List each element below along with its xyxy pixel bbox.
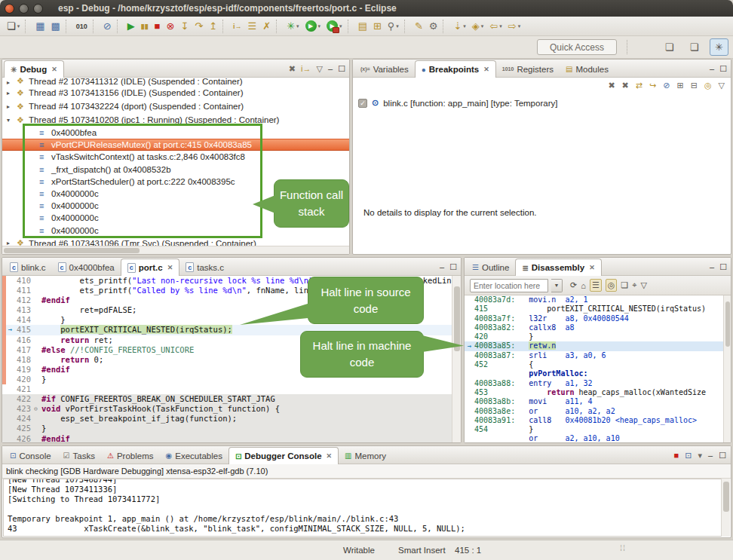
fold-icon[interactable] [34, 295, 41, 305]
view-menu-icon[interactable]: ▽ [640, 280, 646, 290]
expander-icon[interactable]: ▸ [7, 103, 17, 110]
step-mode-icon[interactable]: ☰ [246, 18, 259, 35]
minimize-view-icon[interactable]: – [708, 451, 713, 460]
line-number[interactable]: 425 [14, 424, 34, 433]
fold-icon[interactable] [34, 434, 41, 443]
expander-icon[interactable]: ▸ [7, 240, 17, 246]
console-output[interactable]: [New Thread 1073468744] [New Thread 1073… [3, 479, 730, 537]
tab-tasks[interactable]: ☑Tasks [57, 447, 101, 464]
line-number[interactable]: 419 [14, 365, 34, 375]
debug-icon[interactable]: ✳▾ [284, 18, 301, 35]
tab-blink-c[interactable]: cblink.c [4, 259, 52, 276]
maximize-view-icon[interactable]: ☐ [449, 262, 457, 272]
remove-all-breakpoints-icon[interactable]: ✖ [622, 81, 629, 90]
collapse-all-icon[interactable]: ⊟ [691, 81, 698, 90]
tab-port-c[interactable]: cport.c✕ [121, 259, 180, 276]
refresh-icon[interactable]: ⟳ [570, 280, 577, 290]
fold-icon[interactable]: ⊖ [34, 404, 41, 414]
line-number[interactable]: 413 [14, 305, 34, 315]
fold-icon[interactable] [34, 305, 41, 315]
external-tools-icon[interactable]: ▶▾ [324, 18, 345, 35]
line-number[interactable]: 418 [14, 355, 34, 365]
cpp-perspective-icon[interactable]: ❏ [685, 38, 704, 56]
tab-registers[interactable]: 1010Registers [496, 60, 560, 78]
scrollbar-thumb[interactable] [725, 301, 730, 347]
close-tab-icon[interactable]: ✕ [327, 452, 333, 460]
skip-all-breakpoints-icon[interactable]: ⊘ [663, 81, 670, 90]
editor-scrollbar[interactable] [452, 276, 461, 442]
minimize-view-icon[interactable]: – [328, 64, 333, 73]
fold-icon[interactable] [34, 365, 41, 375]
quick-access-box[interactable]: Quick Access [537, 39, 617, 55]
minimize-view-icon[interactable]: – [440, 262, 444, 271]
maximize-view-icon[interactable]: ☐ [719, 64, 727, 74]
fold-icon[interactable] [34, 345, 41, 355]
fold-icon[interactable] [34, 414, 41, 424]
line-number[interactable]: 426 [14, 434, 34, 443]
new-wizard-icon[interactable]: ❏▾ [5, 18, 22, 35]
use-step-filters-icon[interactable]: ✗ [260, 18, 273, 35]
debug-tree-item[interactable]: ≡ 0x4000bfea [2, 127, 349, 139]
console-dropdown-icon[interactable]: ▾ [698, 451, 702, 461]
tab-variables[interactable]: (x)=Variables [354, 60, 415, 78]
home-icon[interactable]: ⌂ [581, 281, 586, 290]
fold-icon[interactable] [34, 394, 41, 404]
expander-icon[interactable]: ▾ [7, 117, 17, 124]
location-dropdown-icon[interactable]: ▼ [551, 279, 563, 292]
instruction-stepping-icon[interactable]: i→ [231, 18, 244, 35]
go-to-annotation-icon[interactable]: ◈▾ [470, 18, 486, 35]
tab-tasks-c[interactable]: ctasks.c [179, 259, 230, 276]
tab-0x4000bfea[interactable]: c0x4000bfea [52, 259, 121, 276]
line-number[interactable]: 423 [14, 404, 34, 414]
skip-all-breakpoints-icon[interactable]: ⊘ [101, 18, 114, 35]
back-icon[interactable]: ⇦▾ [487, 18, 504, 35]
line-number[interactable]: 412 [14, 295, 34, 305]
disassembly-scrollbar[interactable] [723, 295, 731, 442]
fold-icon[interactable] [34, 325, 41, 335]
fold-icon[interactable] [34, 286, 41, 295]
debug-tree-item[interactable]: ▾ ❖ Thread #5 1073410208 (ipc1 : Running… [2, 113, 349, 127]
line-number[interactable]: 410 [14, 276, 34, 286]
open-task-icon[interactable]: ⊞ [371, 18, 384, 35]
tab-memory[interactable]: ▥Memory [339, 447, 392, 464]
location-input[interactable] [470, 279, 548, 292]
view-menu-icon[interactable]: ▽ [317, 64, 323, 74]
debug-tree-item[interactable]: ▸ ❖ Thread #6 1073431096 (Tmr Svc) (Susp… [2, 237, 349, 246]
fold-icon[interactable] [34, 315, 41, 325]
show-source-icon[interactable]: ☰ [590, 279, 602, 292]
terminate-console-icon[interactable]: ■ [674, 451, 679, 460]
suspend-icon[interactable]: ▮▮ [139, 18, 151, 35]
tab-problems[interactable]: ⚠Problems [101, 447, 160, 464]
new-project-icon[interactable]: ▤ [356, 18, 370, 35]
maximize-button[interactable] [33, 4, 43, 14]
console-scrollbar[interactable] [721, 479, 730, 537]
build-icon[interactable]: ⚙ [427, 18, 440, 35]
debug-tree-item[interactable]: ≡ _frxt_dispatch() at 0x4008532b [2, 164, 349, 176]
horizontal-scrollbar[interactable] [2, 246, 349, 254]
maximize-view-icon[interactable]: ☐ [719, 262, 727, 272]
debug-tree-item[interactable]: ▸ ❖ Thread #4 1073432224 (dport) (Suspen… [2, 99, 349, 113]
scrollbar-thumb[interactable] [4, 248, 140, 253]
minimize-view-icon[interactable]: – [710, 262, 714, 271]
line-number[interactable]: 417 [14, 345, 34, 355]
expander-icon[interactable]: ▸ [7, 79, 17, 86]
maximize-view-icon[interactable]: ☐ [719, 451, 726, 461]
close-tab-icon[interactable]: ✕ [483, 66, 489, 73]
open-perspective-icon[interactable]: ❏ [660, 38, 679, 56]
line-number[interactable]: 424 [14, 414, 34, 424]
debug-tree-item[interactable]: ▸ ❖ Thread #2 1073411312 (IDLE) (Suspend… [2, 78, 349, 86]
fold-icon[interactable] [34, 375, 41, 384]
debug-tree-item[interactable]: ≡ vPortCPUReleaseMutex() at port.c:415 0… [2, 139, 349, 151]
minimize-view-icon[interactable]: – [710, 64, 714, 73]
scrollbar-thumb[interactable] [454, 286, 460, 351]
instruction-stepping-mode-icon[interactable]: i→ [301, 64, 311, 73]
breakpoint-item[interactable]: ✓ ⊙ blink.c [function: app_main] [type: … [358, 98, 557, 108]
tab-debugger-console[interactable]: ⊡Debugger Console✕ [228, 447, 339, 464]
tab-executables[interactable]: ◉Executables [160, 447, 228, 464]
view-menu-icon[interactable]: ▽ [719, 81, 725, 90]
minimize-button[interactable] [19, 4, 29, 14]
debug-tree-item[interactable]: ▸ ❖ Thread #3 1073413156 (IDLE) (Suspend… [2, 86, 349, 99]
fold-icon[interactable] [34, 384, 41, 394]
sync-with-context-icon[interactable]: ◎ [606, 279, 618, 292]
tab-outline[interactable]: ☰Outline [466, 259, 515, 276]
